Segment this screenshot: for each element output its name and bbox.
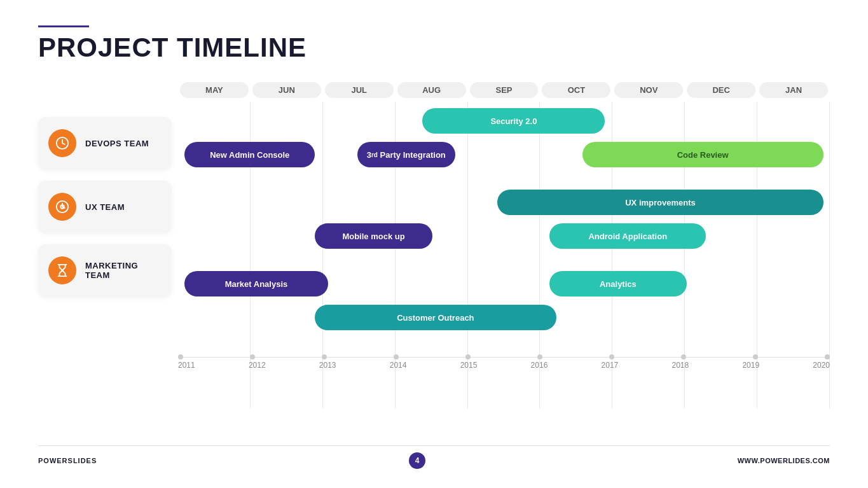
footer-page-number: 4 <box>409 452 425 469</box>
year-2016: 2016 <box>531 361 548 370</box>
bar-security-20: Security 2.0 <box>422 108 605 134</box>
footer-brand: POWERSLIDES <box>38 457 97 464</box>
marketing-team-label: MARKETING TEAM <box>85 261 162 280</box>
team-card-devops: DEVOPS TEAM <box>38 117 172 169</box>
bar-market-analysis: Market Analysis <box>184 271 328 296</box>
year-2018: 2018 <box>672 361 689 370</box>
year-2015: 2015 <box>460 361 478 370</box>
main-content: DEVOPS TEAM UX TEAM <box>38 82 830 440</box>
ux-icon <box>48 193 76 221</box>
bar-code-review: Code Review <box>582 142 823 167</box>
year-2017: 2017 <box>602 361 619 370</box>
team-card-ux: UX TEAM <box>38 181 172 233</box>
devops-row: Security 2.0 New Admin Console 3rd Party… <box>178 105 830 175</box>
bar-android-application: Android Application <box>549 223 706 249</box>
bar-customer-outreach: Customer Outreach <box>315 305 556 330</box>
bar-analytics: Analytics <box>549 271 686 296</box>
dot-7 <box>609 354 614 359</box>
year-labels: 2011 2012 2013 2014 2015 2016 2017 2018 … <box>178 361 830 370</box>
axis-line-2 <box>255 357 322 358</box>
bar-3rd-party-integration: 3rd Party Integration <box>357 142 455 167</box>
year-2013: 2013 <box>319 361 336 370</box>
axis-dots-row <box>178 354 830 359</box>
year-2011: 2011 <box>178 361 195 370</box>
bottom-axis: 2011 2012 2013 2014 2015 2016 2017 2018 … <box>178 354 830 370</box>
bar-new-admin-console: New Admin Console <box>184 142 315 167</box>
month-oct: OCT <box>542 82 610 98</box>
footer: POWERSLIDES 4 WWW.POWERLIDES.COM <box>38 445 830 469</box>
page: PROJECT TIMELINE DEVOPS TEAM <box>0 0 868 488</box>
teams-panel: DEVOPS TEAM UX TEAM <box>38 82 172 440</box>
axis-line-9 <box>758 357 825 358</box>
month-aug: AUG <box>397 82 466 98</box>
month-nov: NOV <box>614 82 683 98</box>
months-row: MAY JUN JUL AUG SEP OCT NOV DEC JAN <box>178 82 830 98</box>
dot-2 <box>250 354 255 359</box>
axis-line-3 <box>327 357 394 358</box>
timeline-area: MAY JUN JUL AUG SEP OCT NOV DEC JAN <box>172 82 830 440</box>
month-may: MAY <box>180 82 249 98</box>
devops-team-label: DEVOPS TEAM <box>85 139 149 148</box>
ux-row: UX improvements Mobile mock up Android A… <box>178 186 830 256</box>
dot-9 <box>753 354 758 359</box>
grid-area: Security 2.0 New Admin Console 3rd Party… <box>178 102 830 440</box>
dot-4 <box>394 354 399 359</box>
dot-10 <box>825 354 830 359</box>
month-sep: SEP <box>470 82 539 98</box>
axis-line-5 <box>471 357 537 358</box>
month-jan: JAN <box>759 82 828 98</box>
bar-ux-improvements: UX improvements <box>497 190 823 215</box>
axis-line-1 <box>183 357 250 358</box>
dot-5 <box>465 354 471 359</box>
marketing-row: Market Analysis Analytics Customer Outre… <box>178 268 830 338</box>
dot-1 <box>178 354 183 359</box>
year-2020: 2020 <box>813 361 830 370</box>
bar-mobile-mockup: Mobile mock up <box>315 223 432 249</box>
page-title: PROJECT TIMELINE <box>38 32 830 63</box>
axis-line-7 <box>614 357 681 358</box>
axis-line-8 <box>686 357 753 358</box>
ux-team-label: UX TEAM <box>85 202 125 212</box>
axis-line-4 <box>399 357 465 358</box>
month-dec: DEC <box>687 82 755 98</box>
header: PROJECT TIMELINE <box>38 25 830 63</box>
month-jul: JUL <box>325 82 394 98</box>
year-2014: 2014 <box>390 361 407 370</box>
dot-8 <box>681 354 686 359</box>
team-card-marketing: MARKETING TEAM <box>38 244 172 296</box>
month-jun: JUN <box>252 82 321 98</box>
dot-3 <box>322 354 327 359</box>
header-accent-line <box>38 25 89 27</box>
dot-6 <box>537 354 542 359</box>
marketing-icon <box>48 256 76 284</box>
year-2012: 2012 <box>249 361 266 370</box>
footer-url: WWW.POWERLIDES.COM <box>738 457 830 464</box>
axis-line-6 <box>542 357 609 358</box>
year-2019: 2019 <box>742 361 759 370</box>
devops-icon <box>48 129 76 157</box>
